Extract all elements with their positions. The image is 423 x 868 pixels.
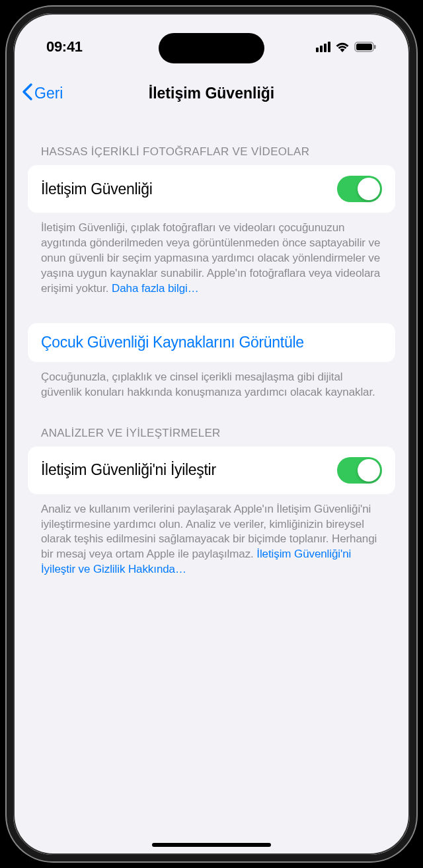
communication-safety-toggle[interactable] (337, 176, 382, 202)
communication-safety-row: İletişim Güvenliği (28, 165, 395, 213)
svg-rect-2 (374, 45, 376, 49)
cellular-signal-icon (316, 42, 330, 52)
battery-icon (354, 42, 377, 52)
phone-frame: 09:41 (7, 7, 416, 861)
content-area: HASSAS İÇERİKLİ FOTOĞRAFLAR VE VİDEOLAR … (13, 112, 410, 855)
section-footer-resources: Çocuğunuzla, çıplaklık ve cinsel içerikl… (28, 369, 395, 400)
learn-more-link[interactable]: Daha fazla bilgi… (112, 282, 199, 295)
communication-safety-label: İletişim Güvenliği (41, 180, 152, 198)
status-icons (316, 42, 377, 52)
improve-safety-row: İletişim Güvenliği'ni İyileştir (28, 447, 395, 494)
footer-text: Çocuğunuzla, çıplaklık ve cinsel içerikl… (41, 371, 375, 398)
home-indicator[interactable] (152, 843, 271, 847)
view-resources-row[interactable]: Çocuk Güvenliği Kaynaklarını Görüntüle (28, 323, 395, 362)
section-header-photos: HASSAS İÇERİKLİ FOTOĞRAFLAR VE VİDEOLAR (28, 145, 395, 165)
improve-safety-label: İletişim Güvenliği'ni İyileştir (41, 461, 216, 479)
improve-safety-toggle[interactable] (337, 457, 382, 484)
view-resources-link: Çocuk Güvenliği Kaynaklarını Görüntüle (41, 334, 304, 351)
toggle-knob (358, 178, 380, 200)
chevron-left-icon (21, 83, 33, 104)
svg-rect-1 (356, 44, 372, 50)
wifi-icon (335, 42, 350, 52)
section-footer-photos: İletişim Güvenliği, çıplak fotoğrafları … (28, 219, 395, 297)
toggle-knob (358, 459, 380, 482)
dynamic-island (159, 33, 264, 63)
navigation-bar: Geri İletişim Güvenliği (13, 74, 410, 112)
section-footer-analytics: Analiz ve kullanım verilerini paylaşarak… (28, 501, 395, 578)
section-header-analytics: ANALİZLER VE İYİLEŞTİRMELER (28, 427, 395, 447)
footer-text: İletişim Güvenliği, çıplak fotoğrafları … (41, 221, 380, 295)
status-time: 09:41 (46, 38, 83, 55)
page-title: İletişim Güvenliği (149, 85, 274, 102)
back-label: Geri (34, 85, 63, 102)
back-button[interactable]: Geri (21, 83, 63, 104)
